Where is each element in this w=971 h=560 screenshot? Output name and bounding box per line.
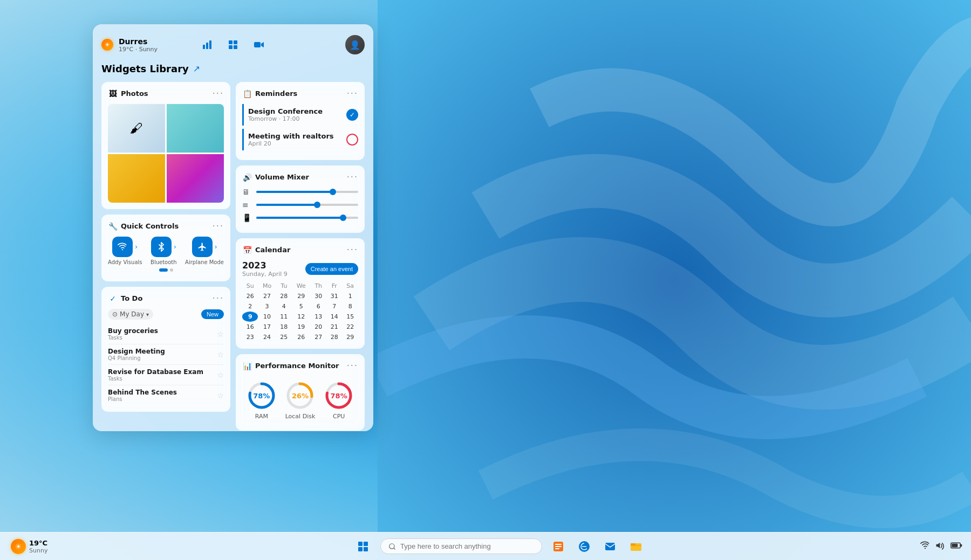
cal-day-8[interactable]: 8 (342, 301, 358, 312)
qc-bluetooth-btn[interactable] (151, 237, 172, 257)
taskbar-mail-icon[interactable] (600, 537, 620, 556)
cal-day-6[interactable]: 6 (311, 301, 326, 312)
todo-item-3-star[interactable]: ☆ (217, 371, 224, 379)
quick-controls-more-btn[interactable]: ··· (213, 221, 224, 231)
qc-bluetooth-arrow[interactable]: › (174, 243, 176, 251)
photo-2[interactable] (167, 104, 224, 153)
cal-day-1[interactable]: 1 (342, 291, 358, 301)
cal-day-27[interactable]: 27 (311, 332, 326, 342)
cal-week-4: 16 17 18 19 20 21 22 (242, 322, 358, 332)
cal-day-12[interactable]: 12 (292, 312, 310, 322)
cal-day-16[interactable]: 16 (242, 322, 258, 332)
cal-day-30-prev[interactable]: 30 (311, 291, 326, 301)
volume-slider-3[interactable] (256, 217, 358, 219)
volume-more-btn[interactable]: ··· (347, 172, 358, 182)
cal-day-5[interactable]: 5 (292, 301, 310, 312)
cal-day-14[interactable]: 14 (326, 312, 342, 322)
qc-airplane-btn[interactable] (192, 237, 213, 257)
cal-day-29[interactable]: 29 (342, 332, 358, 342)
search-input[interactable] (400, 542, 519, 550)
qc-wifi-btn[interactable] (112, 237, 133, 257)
user-avatar[interactable]: 👤 (345, 35, 365, 54)
expand-icon[interactable]: ↗ (193, 64, 200, 74)
cal-day-26-prev[interactable]: 26 (242, 291, 258, 301)
cal-day-3[interactable]: 3 (258, 301, 276, 312)
quick-controls-widget: 🔧 Quick Controls ··· (101, 215, 230, 281)
calendar-more-btn[interactable]: ··· (347, 245, 358, 255)
cal-day-23[interactable]: 23 (242, 332, 258, 342)
todo-filter-btn[interactable]: ⊙ My Day ▾ (108, 309, 153, 320)
photos-grid[interactable] (108, 104, 224, 203)
start-button[interactable] (352, 536, 374, 557)
battery-tray-icon[interactable] (951, 541, 962, 552)
todo-item-1-star[interactable]: ☆ (217, 330, 224, 338)
cal-day-2[interactable]: 2 (242, 301, 258, 312)
todo-more-btn[interactable]: ··· (213, 293, 224, 303)
volume-slider-3-row: 📱 (242, 213, 358, 222)
volume-title-row: 🔊 Volume Mixer (242, 172, 309, 182)
cal-day-21[interactable]: 21 (326, 322, 342, 332)
volume-slider-2[interactable] (256, 204, 358, 206)
perf-cpu-value: 78% (331, 392, 347, 400)
cal-day-13[interactable]: 13 (311, 312, 326, 322)
qc-wifi-arrow[interactable]: › (135, 243, 138, 251)
nav-video-icon[interactable] (251, 37, 266, 52)
taskbar-search[interactable] (380, 538, 542, 554)
todo-item-1-sub: Tasks (108, 335, 158, 341)
todo-title: To Do (121, 294, 142, 302)
svg-rect-3 (209, 40, 211, 49)
taskbar-edge-icon[interactable] (575, 537, 594, 556)
todo-new-button[interactable]: New (201, 309, 224, 319)
taskbar-explorer-icon[interactable] (626, 537, 646, 556)
cal-day-11[interactable]: 11 (276, 312, 292, 322)
todo-item-4-star[interactable]: ☆ (217, 391, 224, 400)
cal-day-4[interactable]: 4 (276, 301, 292, 312)
photo-4[interactable] (167, 154, 224, 203)
photos-more-btn[interactable]: ··· (213, 88, 224, 99)
taskbar-files-icon[interactable] (549, 537, 568, 556)
nav-chart-icon[interactable] (200, 37, 215, 52)
cal-day-28[interactable]: 28 (326, 332, 342, 342)
cal-day-9-today[interactable]: 9 (242, 312, 258, 322)
volume-slider-1[interactable] (256, 191, 358, 193)
cal-day-31-prev[interactable]: 31 (326, 291, 342, 301)
calendar-date-info: 2023 Sunday, April 9 (242, 260, 288, 278)
cal-week-2: 2 3 4 5 6 7 8 (242, 301, 358, 312)
reminder-1-check[interactable]: ✓ (346, 109, 358, 121)
reminders-more-btn[interactable]: ··· (347, 88, 358, 99)
cal-day-19[interactable]: 19 (292, 322, 310, 332)
perf-disk-value: 26% (292, 392, 309, 400)
cal-week-3: 9 10 11 12 13 14 15 (242, 312, 358, 322)
city-name: Durres (119, 37, 158, 46)
cal-day-17[interactable]: 17 (258, 322, 276, 332)
create-event-button[interactable]: Create an event (305, 263, 358, 275)
cal-day-25[interactable]: 25 (276, 332, 292, 342)
photo-3[interactable] (108, 154, 165, 203)
cal-day-28-prev[interactable]: 28 (276, 291, 292, 301)
todo-item-2-star[interactable]: ☆ (217, 350, 224, 359)
cal-day-29-prev[interactable]: 29 (292, 291, 310, 301)
photos-widget: 🖼 Photos ··· (101, 82, 230, 209)
volume-tray-icon[interactable] (935, 541, 945, 552)
cal-day-27-prev[interactable]: 27 (258, 291, 276, 301)
reminder-2-check[interactable] (346, 134, 358, 146)
cal-day-22[interactable]: 22 (342, 322, 358, 332)
taskbar-weather[interactable]: ☀ 19°C Sunny (0, 539, 86, 554)
qc-airplane-arrow[interactable]: › (215, 243, 217, 251)
calendar-title: Calendar (255, 246, 290, 254)
cal-day-18[interactable]: 18 (276, 322, 292, 332)
cal-day-15[interactable]: 15 (342, 312, 358, 322)
cal-day-26[interactable]: 26 (292, 332, 310, 342)
perf-disk-meter: 26% Local Disk (285, 381, 315, 420)
cal-day-20[interactable]: 20 (311, 322, 326, 332)
qc-bluetooth-item: › Bluetooth (151, 237, 177, 265)
nav-grid-icon[interactable] (225, 37, 241, 52)
calendar-widget: 📅 Calendar ··· 2023 Sunday, April 9 Crea… (236, 238, 365, 349)
photo-1[interactable] (108, 104, 165, 153)
taskbar-weather-sub: Sunny (29, 547, 47, 554)
cal-day-7[interactable]: 7 (326, 301, 342, 312)
performance-more-btn[interactable]: ··· (347, 361, 358, 371)
wifi-tray-icon[interactable] (920, 541, 930, 552)
cal-day-10[interactable]: 10 (258, 312, 276, 322)
cal-day-24[interactable]: 24 (258, 332, 276, 342)
